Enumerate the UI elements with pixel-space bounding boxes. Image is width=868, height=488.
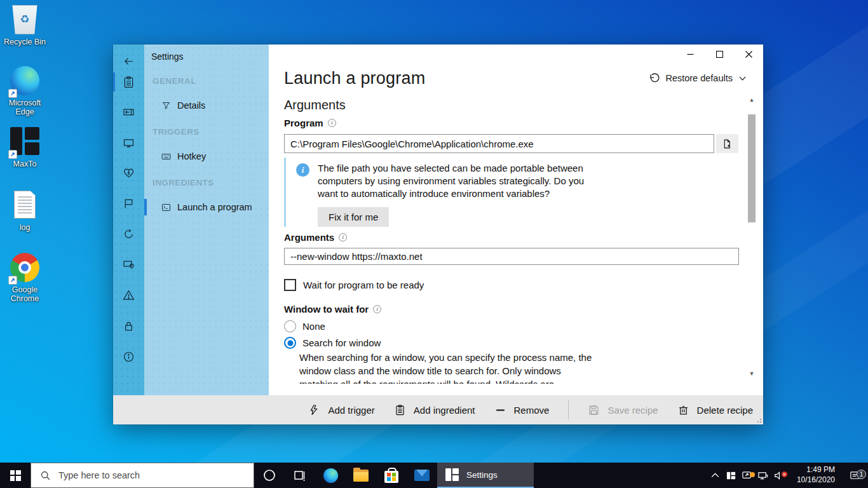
radio-none-row[interactable]: None — [284, 320, 325, 332]
rail-flags-icon[interactable] — [113, 193, 144, 214]
wait-for-program-row[interactable]: Wait for program to be ready — [284, 279, 424, 291]
windows-logo-icon — [10, 470, 21, 481]
back-button[interactable] — [113, 51, 144, 71]
nav-item-details[interactable]: Details — [144, 97, 269, 114]
store-icon — [384, 471, 398, 483]
mail-button[interactable] — [407, 463, 437, 488]
settings-nav-panel: Settings GENERAL Details TRIGGERS Hotkey… — [144, 44, 269, 395]
add-ingredient-button[interactable]: Add ingredient — [394, 404, 475, 416]
taskbar-edge-button[interactable] — [315, 463, 346, 488]
cortana-button[interactable] — [254, 463, 285, 488]
radio-search-description: When searching for a window, you can spe… — [299, 351, 593, 384]
scroll-down-arrow[interactable]: ▼ — [747, 369, 757, 378]
window-title: Settings — [151, 51, 184, 62]
add-ingredient-label: Add ingredient — [414, 405, 475, 416]
rail-monitors-icon[interactable] — [113, 133, 144, 153]
remove-label: Remove — [514, 405, 550, 416]
desktop-icon-label: log — [1, 223, 48, 232]
info-icon[interactable]: i — [373, 305, 381, 313]
save-recipe-button[interactable]: Save recipe — [588, 404, 658, 416]
file-explorer-icon — [353, 470, 369, 482]
nav-item-label: Details — [177, 100, 205, 111]
desktop-icon-label: MaxTo — [1, 159, 48, 168]
delete-recipe-button[interactable]: Delete recipe — [677, 404, 753, 416]
radio-none[interactable] — [284, 320, 296, 332]
arguments-input[interactable] — [284, 248, 739, 265]
tray-chevron-up[interactable] — [707, 470, 723, 481]
program-label-row: Program i — [284, 118, 336, 128]
hotkey-icon — [161, 151, 172, 162]
desktop-icon-google-chrome[interactable]: Google Chrome — [1, 253, 48, 304]
radio-search-for-window[interactable] — [284, 337, 296, 349]
details-icon — [161, 100, 172, 111]
edge-icon — [10, 66, 40, 97]
info-icon[interactable]: i — [339, 233, 347, 241]
portability-infobox: i The file path you have selected can be… — [284, 158, 732, 227]
toolbar-separator — [568, 400, 569, 419]
rail-health-icon[interactable] — [113, 163, 144, 183]
tray-maxto-icon[interactable] — [723, 470, 739, 481]
arguments-label-row: Arguments i — [284, 232, 347, 243]
rail-move-window-icon[interactable] — [113, 102, 144, 122]
vertical-scrollbar[interactable]: ▲ ▼ — [747, 95, 757, 378]
undo-icon — [648, 72, 660, 84]
rail-license-icon[interactable] — [113, 316, 144, 336]
maximize-button[interactable] — [705, 44, 734, 64]
tray-screenshare-icon[interactable] — [739, 470, 755, 481]
rail-recipes-icon[interactable] — [113, 72, 144, 92]
notification-badge: 1 — [857, 470, 866, 479]
search-icon — [40, 470, 51, 481]
radio-none-label: None — [302, 321, 325, 332]
save-icon — [588, 404, 600, 416]
wait-for-program-checkbox[interactable] — [284, 279, 296, 291]
start-button[interactable] — [0, 463, 31, 488]
rail-warnings-icon[interactable] — [113, 285, 144, 305]
clipboard-icon — [394, 404, 406, 416]
nav-item-launch-a-program[interactable]: Launch a program — [144, 198, 269, 216]
infobox-text: The file path you have selected can be m… — [318, 162, 600, 200]
desktop-icon-log[interactable]: log — [1, 191, 48, 232]
task-view-button[interactable] — [285, 463, 315, 488]
rail-remote-shield-icon[interactable] — [113, 254, 144, 274]
desktop-icon-recycle-bin[interactable]: ♻ Recycle Bin — [1, 5, 48, 46]
file-browse-icon — [722, 139, 733, 149]
nav-item-hotkey[interactable]: Hotkey — [144, 147, 269, 165]
taskbar-settings-task[interactable]: Settings — [437, 463, 534, 488]
section-heading: Arguments — [284, 98, 346, 112]
close-button[interactable] — [734, 44, 763, 64]
window-to-wait-label-row: Window to wait for i — [284, 304, 381, 315]
mute-badge: ✕ — [782, 471, 787, 477]
page-title: Launch a program — [284, 69, 425, 88]
remove-button[interactable]: Remove — [494, 404, 550, 416]
taskbar-search[interactable]: Type here to search — [31, 463, 254, 488]
rail-sync-icon[interactable] — [113, 224, 144, 244]
restore-defaults-label: Restore defaults — [665, 73, 733, 83]
nav-section-ingredients: INGREDIENTS — [153, 178, 214, 187]
file-explorer-button[interactable] — [346, 463, 376, 488]
delete-recipe-label: Delete recipe — [697, 405, 753, 416]
action-center-button[interactable]: 1 — [841, 470, 868, 482]
rail-about-icon[interactable] — [113, 346, 144, 367]
program-input[interactable] — [284, 134, 714, 153]
radio-search-row[interactable]: Search for window — [284, 337, 381, 349]
fix-it-for-me-button[interactable]: Fix it for me — [318, 207, 389, 227]
resize-grip[interactable] — [756, 417, 762, 423]
info-icon[interactable]: i — [328, 119, 336, 127]
microsoft-store-button[interactable] — [376, 463, 407, 488]
edge-icon — [323, 468, 338, 483]
restore-defaults-button[interactable]: Restore defaults — [648, 72, 747, 84]
maxto-app-icon — [445, 468, 459, 481]
minimize-button[interactable] — [675, 44, 705, 64]
tray-network-icon[interactable] — [755, 470, 771, 481]
desktop-icon-label: Recycle Bin — [1, 37, 48, 46]
taskbar-clock[interactable]: 1:49 PM 10/16/2020 — [790, 465, 836, 485]
desktop-icon-microsoft-edge[interactable]: Microsoft Edge — [1, 66, 48, 117]
nav-section-triggers: TRIGGERS — [153, 127, 200, 137]
cortana-icon — [262, 468, 276, 482]
add-trigger-button[interactable]: Add trigger — [308, 404, 374, 416]
scrollbar-thumb[interactable] — [748, 114, 756, 222]
tray-volume-muted-icon[interactable]: ✕ — [771, 470, 787, 481]
browse-file-button[interactable] — [716, 134, 738, 153]
scroll-up-arrow[interactable]: ▲ — [747, 95, 757, 104]
desktop-icon-maxto[interactable]: MaxTo — [1, 127, 48, 168]
